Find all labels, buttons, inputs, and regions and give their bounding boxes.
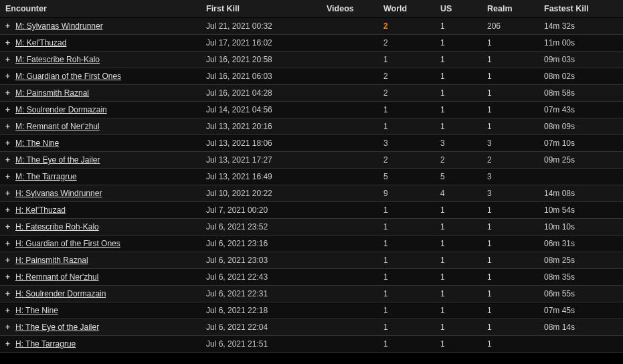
encounter-link[interactable]: H: Soulrender Dormazain: [15, 289, 106, 298]
fastest-cell: 09m 03s: [539, 52, 623, 68]
realm-cell: 1: [482, 52, 539, 68]
encounter-link[interactable]: H: The Tarragrue: [15, 339, 76, 349]
table-row: +H: Soulrender DormazainJul 6, 2021 22:3…: [0, 286, 623, 302]
expand-icon[interactable]: +: [5, 21, 13, 31]
table-row: +M: Painsmith RaznalJul 16, 2021 04:2821…: [0, 85, 623, 102]
fastest-cell: 07m 43s: [539, 102, 623, 118]
encounter-link[interactable]: M: Soulrender Dormazain: [15, 105, 107, 114]
expand-icon[interactable]: +: [5, 323, 13, 332]
encounter-link[interactable]: M: The Nine: [15, 139, 59, 148]
encounter-link[interactable]: M: Fatescribe Roh-Kalo: [15, 55, 100, 64]
table-row: +H: Painsmith RaznalJul 6, 2021 23:03111…: [0, 252, 623, 269]
world-cell: 1: [378, 219, 435, 236]
realm-cell: 1: [482, 252, 539, 269]
expand-icon[interactable]: +: [5, 55, 13, 64]
first-kill-cell: Jul 16, 2021 20:58: [201, 52, 321, 68]
first-kill-cell: Jul 21, 2021 00:32: [201, 18, 321, 35]
videos-cell: [321, 18, 378, 35]
expand-icon[interactable]: +: [5, 306, 13, 315]
expand-icon[interactable]: +: [5, 172, 13, 181]
expand-icon[interactable]: +: [5, 289, 13, 298]
encounter-link[interactable]: H: The Nine: [15, 306, 58, 315]
table-row: +M: Sylvanas WindrunnerJul 21, 2021 00:3…: [0, 18, 623, 35]
col-first-kill[interactable]: First Kill: [201, 0, 321, 18]
fastest-cell: 11m 00s: [539, 35, 623, 52]
encounter-link[interactable]: M: Kel'Thuzad: [15, 38, 66, 48]
col-fastest[interactable]: Fastest Kill: [539, 0, 623, 18]
first-kill-cell: Jul 14, 2021 04:56: [201, 102, 321, 118]
expand-icon[interactable]: +: [5, 72, 13, 81]
encounter-cell: +M: The Eye of the Jailer: [0, 152, 201, 169]
expand-icon[interactable]: +: [5, 256, 13, 265]
first-kill-cell: Jul 6, 2021 22:31: [201, 286, 321, 302]
expand-icon[interactable]: +: [5, 205, 13, 215]
encounter-link[interactable]: M: Guardian of the First Ones: [15, 72, 121, 81]
expand-icon[interactable]: +: [5, 88, 13, 98]
encounter-cell: +M: The Tarragrue: [0, 169, 201, 185]
realm-cell: 1: [482, 102, 539, 118]
fastest-cell: 08m 02s: [539, 68, 623, 85]
encounter-cell: +M: Painsmith Raznal: [0, 85, 201, 102]
expand-icon[interactable]: +: [5, 155, 13, 165]
realm-cell: 1: [482, 319, 539, 336]
videos-cell: [321, 52, 378, 68]
expand-icon[interactable]: +: [5, 272, 13, 282]
encounter-link[interactable]: H: Guardian of the First Ones: [15, 239, 120, 248]
expand-icon[interactable]: +: [5, 105, 13, 114]
encounter-link[interactable]: M: Painsmith Raznal: [15, 88, 89, 98]
col-us[interactable]: US: [435, 0, 482, 18]
encounter-link[interactable]: M: Remnant of Ner'zhul: [15, 122, 100, 131]
col-videos[interactable]: Videos: [321, 0, 378, 18]
us-cell: 1: [435, 336, 482, 353]
expand-icon[interactable]: +: [5, 139, 13, 148]
first-kill-cell: Jul 17, 2021 16:02: [201, 35, 321, 52]
realm-cell: 1: [482, 118, 539, 135]
videos-cell: [321, 202, 378, 219]
encounter-link[interactable]: H: Sylvanas Windrunner: [15, 189, 102, 198]
encounter-cell: +H: Guardian of the First Ones: [0, 236, 201, 252]
world-cell: 9: [378, 185, 435, 202]
videos-cell: [321, 236, 378, 252]
videos-cell: [321, 219, 378, 236]
encounter-link[interactable]: H: The Eye of the Jailer: [15, 323, 99, 332]
expand-icon[interactable]: +: [5, 222, 13, 232]
encounter-link[interactable]: H: Painsmith Raznal: [15, 256, 88, 265]
expand-icon[interactable]: +: [5, 122, 13, 131]
fastest-cell: 08m 35s: [539, 269, 623, 286]
us-cell: 1: [435, 236, 482, 252]
encounter-link[interactable]: H: Fatescribe Roh-Kalo: [15, 222, 99, 232]
col-encounter[interactable]: Encounter: [0, 0, 201, 18]
us-cell: 1: [435, 269, 482, 286]
encounter-cell: +M: Fatescribe Roh-Kalo: [0, 52, 201, 68]
table-row: +H: Kel'ThuzadJul 7, 2021 00:2011110m 54…: [0, 202, 623, 219]
world-cell: 1: [378, 336, 435, 353]
first-kill-cell: Jul 6, 2021 23:16: [201, 236, 321, 252]
world-cell: 1: [378, 286, 435, 302]
table-header-row: Encounter First Kill Videos World US Rea…: [0, 0, 623, 18]
encounter-cell: +H: Kel'Thuzad: [0, 202, 201, 219]
world-cell: 2: [378, 152, 435, 169]
expand-icon[interactable]: +: [5, 38, 13, 48]
expand-icon[interactable]: +: [5, 189, 13, 198]
encounter-link[interactable]: H: Kel'Thuzad: [15, 205, 66, 215]
us-cell: 1: [435, 35, 482, 52]
encounter-cell: +M: Soulrender Dormazain: [0, 102, 201, 118]
col-realm[interactable]: Realm: [482, 0, 539, 18]
first-kill-cell: Jul 6, 2021 23:03: [201, 252, 321, 269]
first-kill-cell: Jul 16, 2021 04:28: [201, 85, 321, 102]
fastest-cell: 08m 09s: [539, 118, 623, 135]
us-cell: 1: [435, 302, 482, 319]
realm-cell: 1: [482, 302, 539, 319]
col-world[interactable]: World: [378, 0, 435, 18]
encounter-cell: +H: Sylvanas Windrunner: [0, 185, 201, 202]
expand-icon[interactable]: +: [5, 339, 13, 349]
encounter-link[interactable]: M: Sylvanas Windrunner: [15, 21, 103, 31]
encounter-link[interactable]: H: Remnant of Ner'zhul: [15, 272, 98, 282]
fastest-cell: 14m 08s: [539, 185, 623, 202]
encounter-link[interactable]: M: The Tarragrue: [15, 172, 77, 181]
realm-cell: 1: [482, 68, 539, 85]
expand-icon[interactable]: +: [5, 239, 13, 248]
realm-cell: 1: [482, 35, 539, 52]
first-kill-cell: Jul 16, 2021 06:03: [201, 68, 321, 85]
encounter-link[interactable]: M: The Eye of the Jailer: [15, 155, 100, 165]
